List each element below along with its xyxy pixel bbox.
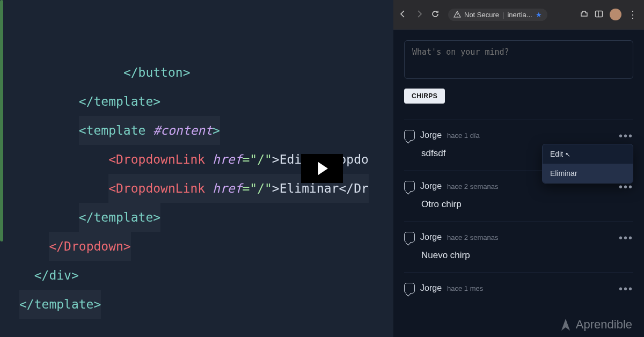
chirp-item: Jorge hace 1 mes ••• [404,273,633,294]
more-icon[interactable]: ••• [619,130,633,142]
avatar[interactable] [610,9,621,20]
warning-icon [453,11,461,18]
compose-textarea[interactable] [404,40,633,79]
chirp-time: hace 1 día [447,131,480,140]
code-token: #content [153,123,213,137]
chat-bubble-icon [404,283,415,294]
play-button[interactable] [301,154,343,183]
more-icon[interactable]: ••• [619,283,633,295]
svg-rect-0 [596,11,603,17]
browser-window: Not Secure | inertia... ★ ⋮ CHIRPS [393,0,644,337]
chirp-time: hace 1 mes [447,284,483,292]
chirp-author: Jorge [420,130,442,140]
chat-bubble-icon [404,181,415,192]
chirp-body: Otro chirp [421,199,633,210]
chirp-item: Jorge hace 2 semanas ••• Otro chirp [404,171,633,222]
code-token: <template [79,123,153,137]
extensions-icon[interactable] [580,10,588,20]
code-line: </button> [123,65,191,79]
more-icon[interactable]: ••• [619,181,633,193]
chirps-button[interactable]: CHIRPS [404,89,445,104]
browser-toolbar: Not Secure | inertia... ★ ⋮ [393,0,644,30]
code-token: <DropdownLink [108,152,213,166]
url-text: inertia... [507,11,532,19]
chirps-list: Jorge hace 1 día ••• sdfsdf Edit↖ Elimin… [404,120,633,294]
chirp-time: hace 2 semanas [447,233,498,241]
code-line: </template> [79,94,160,108]
code-line: </template> [19,297,101,311]
chirp-body: Nuevo chirp [421,250,633,261]
chirp-item: Jorge hace 1 día ••• sdfsdf Edit↖ Elimin… [404,120,633,171]
forward-icon[interactable] [415,10,423,20]
reload-icon[interactable] [431,10,440,20]
watermark: Aprendible [560,318,632,332]
address-bar[interactable]: Not Secure | inertia... ★ [448,9,547,21]
chirp-item: Jorge hace 2 semanas ••• Nuevo chirp [404,222,633,273]
code-line: </Dropdown> [49,239,130,253]
panel-icon[interactable] [595,10,603,20]
chirp-time: hace 2 semanas [447,182,498,191]
code-token: ="/" [242,152,272,166]
editor-gutter [0,0,3,241]
code-token: ="/" [242,181,272,195]
app-page: CHIRPS Jorge hace 1 día ••• sdfsdf Edit↖… [393,30,644,294]
code-token: href [213,181,242,195]
menu-edit[interactable]: Edit↖ [543,144,633,164]
not-secure-label: Not Secure [464,11,499,19]
bookmark-star-icon[interactable]: ★ [536,11,542,19]
cursor-icon: ↖ [565,151,570,158]
menu-icon[interactable]: ⋮ [628,9,639,20]
chat-bubble-icon [404,232,415,243]
logo-icon [560,318,572,332]
code-line: </template> [79,210,160,224]
chirp-author: Jorge [420,181,442,191]
chat-bubble-icon [404,130,415,141]
back-icon[interactable] [399,10,407,20]
code-line: </div> [34,268,79,282]
code-token: <DropdownLink [108,181,213,195]
code-token: href [213,152,242,166]
code-token: >Eliminar</Dr [272,181,369,195]
chirp-author: Jorge [420,232,442,242]
more-icon[interactable]: ••• [619,232,633,244]
code-token: > [213,123,220,137]
chirp-author: Jorge [420,283,442,293]
